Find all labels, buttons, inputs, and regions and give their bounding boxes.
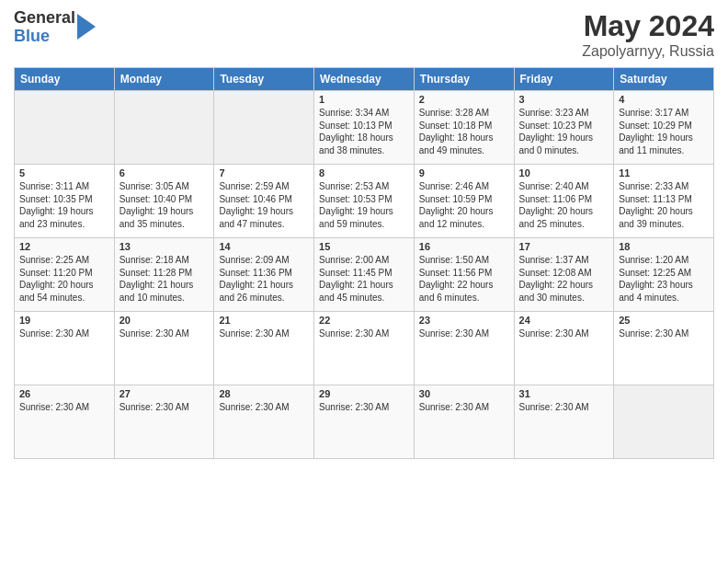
logo-general: General [14,9,75,28]
day-info: Sunrise: 1:20 AM Sunset: 12:25 AM Daylig… [619,254,709,304]
table-row: 14Sunrise: 2:09 AM Sunset: 11:36 PM Dayl… [214,238,314,312]
day-info: Sunrise: 2:46 AM Sunset: 10:59 PM Daylig… [419,180,509,230]
day-info: Sunrise: 2:30 AM [319,401,409,414]
table-row [614,385,714,459]
table-row: 2Sunrise: 3:28 AM Sunset: 10:18 PM Dayli… [414,91,514,165]
day-number: 2 [419,94,509,105]
table-row: 1Sunrise: 3:34 AM Sunset: 10:13 PM Dayli… [314,91,415,165]
title-block: May 2024 Zapolyarnyy, Russia [582,9,714,60]
table-row: 29Sunrise: 2:30 AM [314,385,415,459]
table-row: 30Sunrise: 2:30 AM [414,385,514,459]
day-number: 18 [619,241,709,252]
calendar-subtitle: Zapolyarnyy, Russia [582,43,714,60]
table-row: 3Sunrise: 3:23 AM Sunset: 10:23 PM Dayli… [514,91,614,165]
table-row: 20Sunrise: 2:30 AM [114,312,214,385]
day-info: Sunrise: 1:50 AM Sunset: 11:56 PM Daylig… [419,254,509,304]
calendar-header-row: Sunday Monday Tuesday Wednesday Thursday… [15,68,714,91]
day-number: 4 [619,94,709,105]
table-row: 15Sunrise: 2:00 AM Sunset: 11:45 PM Dayl… [314,238,415,312]
table-row: 26Sunrise: 2:30 AM [15,385,115,459]
day-number: 25 [619,315,709,326]
day-number: 27 [119,388,210,399]
day-info: Sunrise: 3:11 AM Sunset: 10:35 PM Daylig… [19,180,109,230]
calendar-week-row: 12Sunrise: 2:25 AM Sunset: 11:20 PM Dayl… [15,238,714,312]
table-row: 10Sunrise: 2:40 AM Sunset: 11:06 PM Dayl… [514,165,614,238]
table-row [214,91,314,165]
day-number: 12 [19,241,109,252]
day-info: Sunrise: 3:34 AM Sunset: 10:13 PM Daylig… [319,107,409,156]
day-number: 17 [519,241,609,252]
col-friday: Friday [514,68,614,91]
table-row: 17Sunrise: 1:37 AM Sunset: 12:08 AM Dayl… [514,238,614,312]
logo-blue: Blue [14,28,75,46]
table-row: 28Sunrise: 2:30 AM [214,385,314,459]
table-row: 31Sunrise: 2:30 AM [514,385,614,459]
calendar-title: May 2024 [582,9,714,43]
table-row: 27Sunrise: 2:30 AM [114,385,214,459]
day-number: 30 [419,388,509,399]
day-number: 16 [419,241,509,252]
table-row: 7Sunrise: 2:59 AM Sunset: 10:46 PM Dayli… [214,165,314,238]
table-row: 8Sunrise: 2:53 AM Sunset: 10:53 PM Dayli… [314,165,415,238]
table-row: 23Sunrise: 2:30 AM [414,312,514,385]
table-row: 16Sunrise: 1:50 AM Sunset: 11:56 PM Dayl… [414,238,514,312]
col-wednesday: Wednesday [314,68,415,91]
day-info: Sunrise: 3:17 AM Sunset: 10:29 PM Daylig… [619,107,709,156]
day-number: 22 [319,315,409,326]
col-monday: Monday [114,68,214,91]
table-row: 11Sunrise: 2:33 AM Sunset: 11:13 PM Dayl… [614,165,714,238]
logo-icon [77,14,96,40]
calendar-week-row: 5Sunrise: 3:11 AM Sunset: 10:35 PM Dayli… [15,165,714,238]
day-number: 3 [519,94,609,105]
day-number: 5 [19,167,109,178]
day-info: Sunrise: 2:25 AM Sunset: 11:20 PM Daylig… [19,254,109,304]
day-info: Sunrise: 2:30 AM [119,401,210,414]
table-row: 9Sunrise: 2:46 AM Sunset: 10:59 PM Dayli… [414,165,514,238]
day-number: 8 [319,167,409,178]
table-row: 13Sunrise: 2:18 AM Sunset: 11:28 PM Dayl… [114,238,214,312]
day-number: 1 [319,94,409,105]
day-info: Sunrise: 2:30 AM [319,327,409,340]
day-number: 19 [19,315,109,326]
calendar-week-row: 1Sunrise: 3:34 AM Sunset: 10:13 PM Dayli… [15,91,714,165]
header: General Blue May 2024 Zapolyarnyy, Russi… [14,9,714,60]
calendar-week-row: 19Sunrise: 2:30 AM20Sunrise: 2:30 AM21Su… [15,312,714,385]
calendar-week-row: 26Sunrise: 2:30 AM27Sunrise: 2:30 AM28Su… [15,385,714,459]
day-number: 28 [219,388,309,399]
table-row: 21Sunrise: 2:30 AM [214,312,314,385]
col-thursday: Thursday [414,68,514,91]
col-tuesday: Tuesday [214,68,314,91]
day-info: Sunrise: 2:59 AM Sunset: 10:46 PM Daylig… [219,180,309,230]
calendar-table: Sunday Monday Tuesday Wednesday Thursday… [14,67,714,459]
day-number: 21 [219,315,309,326]
day-number: 24 [519,315,609,326]
table-row: 18Sunrise: 1:20 AM Sunset: 12:25 AM Dayl… [614,238,714,312]
day-info: Sunrise: 2:30 AM [119,327,210,340]
day-info: Sunrise: 3:23 AM Sunset: 10:23 PM Daylig… [519,107,609,156]
day-info: Sunrise: 3:05 AM Sunset: 10:40 PM Daylig… [119,180,210,230]
day-info: Sunrise: 2:30 AM [519,401,609,414]
page: General Blue May 2024 Zapolyarnyy, Russi… [0,0,728,563]
day-info: Sunrise: 2:00 AM Sunset: 11:45 PM Daylig… [319,254,409,304]
day-number: 13 [119,241,210,252]
table-row: 25Sunrise: 2:30 AM [614,312,714,385]
day-number: 15 [319,241,409,252]
day-info: Sunrise: 2:09 AM Sunset: 11:36 PM Daylig… [219,254,309,304]
day-info: Sunrise: 2:30 AM [419,401,509,414]
table-row [114,91,214,165]
day-number: 14 [219,241,309,252]
table-row: 4Sunrise: 3:17 AM Sunset: 10:29 PM Dayli… [614,91,714,165]
day-number: 10 [519,167,609,178]
day-number: 7 [219,167,309,178]
day-info: Sunrise: 1:37 AM Sunset: 12:08 AM Daylig… [519,254,609,304]
col-saturday: Saturday [614,68,714,91]
day-number: 11 [619,167,709,178]
day-info: Sunrise: 2:30 AM [19,327,109,340]
table-row: 19Sunrise: 2:30 AM [15,312,115,385]
day-number: 23 [419,315,509,326]
day-number: 9 [419,167,509,178]
table-row: 12Sunrise: 2:25 AM Sunset: 11:20 PM Dayl… [15,238,115,312]
day-info: Sunrise: 3:28 AM Sunset: 10:18 PM Daylig… [419,107,509,156]
svg-marker-0 [77,14,96,40]
table-row: 6Sunrise: 3:05 AM Sunset: 10:40 PM Dayli… [114,165,214,238]
